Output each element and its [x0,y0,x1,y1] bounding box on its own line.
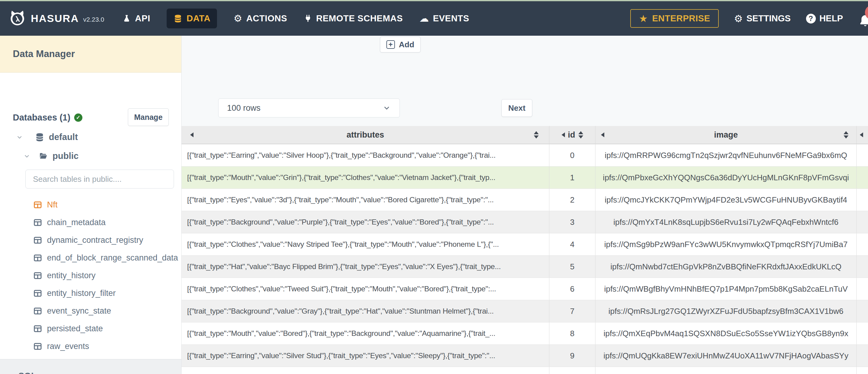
tree-node-database[interactable]: default [16,132,78,142]
cell-image: ipfs://QmXEqPbvM4aq1SQSXN8DSuEcSo5SseYW1… [595,322,857,344]
cell-attributes: [{"trait_type":"Hat","value":"Bayc Flipp… [182,256,549,278]
chevron-down-icon[interactable] [23,153,31,160]
chevron-down-icon[interactable] [16,134,23,141]
table-row: [{"trait_type":"Hat","value":"Bayc Flipp… [182,256,868,278]
table-icon [32,218,43,227]
cell-attributes: [{"trait_type":"Earring","value":"Silver… [182,345,549,367]
sidebar-table-item[interactable]: end_of_block_range_scanned_data [0,249,181,267]
sidebar-table-item[interactable]: entity_history_filter [0,284,181,302]
help-button[interactable]: ? HELP [806,13,843,24]
cell-image: ipfs://QmSg9bPzW9anFYc3wWU5KnvymwkxQTpmq… [595,233,857,255]
chevron-down-icon [382,104,391,112]
help-label: HELP [819,13,843,24]
cell-image: ipfs://QmPbxeGcXhYQQNgsC6a36dDyYUcHgMLnG… [595,166,857,189]
cell-id: 2 [549,189,595,211]
database-icon [35,132,44,142]
table-icon [32,289,43,298]
main-content: + Add 100 rows Next attributes id [182,36,868,374]
rows-per-page-select[interactable]: 100 rows [218,98,400,118]
settings-button[interactable]: ⚙ SETTINGS [734,13,791,24]
next-page-button[interactable]: Next [501,99,532,117]
cell-id: 5 [549,256,595,278]
cell-image: ipfs://QmRsJLrg27GQ1ZWyrXZFuJFdU5bapfzsy… [595,300,857,322]
manage-button[interactable]: Manage [128,108,169,126]
cell-attributes: [{"trait_type":"Eyes","value":"3d"},{"tr… [182,189,549,211]
sidebar-table-item[interactable]: chain_metadata [0,214,181,231]
top-navbar: HASURA v2.23.0 API DATA ⚙ ACTIONS REMOTE… [0,1,868,36]
nav-item[interactable]: ⚙ ACTIONS [234,8,287,28]
brand-block[interactable]: HASURA v2.23.0 [0,9,104,28]
cell-attributes: [{"trait_type":"Mouth","value":"Grin"},{… [182,166,549,189]
cell-attributes: [{"trait_type":"Mouth","value":"Bored"},… [182,322,549,344]
column-header-id[interactable]: id [549,126,595,144]
cell-attributes: [{"trait_type":"Clothes","value":"Navy S… [182,233,549,255]
nav-item[interactable]: API [122,8,150,28]
gear-icon: ⚙ [734,14,743,24]
column-header-partial[interactable] [857,126,868,144]
plus-square-icon: + [386,40,395,49]
star-icon: ★ [639,14,648,24]
cell-image: ipfs://QmUQgKka8EW7exiUHnMwZ4UoXA11wV7NF… [595,345,857,367]
cell-partial [857,211,868,233]
cell-attributes: [{"trait_type":"Clothes","value":"Tweed … [182,278,549,300]
table-row: [{"trait_type":"Mouth","value":"Bored"},… [182,322,868,345]
nav-item[interactable]: DATA [167,8,217,28]
sidebar-table-item[interactable]: raw_events [0,337,181,355]
sidebar-table-item[interactable]: event_sync_state [0,302,181,320]
table-name: chain_metadata [47,218,105,227]
plug-icon [304,14,312,23]
table-row: [{"trait_type":"Clothes","value":"Tweed … [182,278,868,300]
notifications-button[interactable]: 8 [858,9,868,28]
cell-partial [857,278,868,300]
navbar-right: ★ ENTERPRISE ⚙ SETTINGS ? HELP 8 [630,1,868,36]
collapse-column-icon[interactable] [601,132,604,137]
sql-section-link[interactable]: SQL [18,371,37,374]
question-icon: ? [806,14,816,24]
sidebar-table-item[interactable]: persisted_state [0,320,181,337]
cell-partial [857,256,868,278]
table-name: entity_history [47,271,96,280]
table-row: [{"trait_type":"Clothes","value":"Navy S… [182,233,868,256]
nav-item-label: DATA [186,13,210,24]
cell-id: 8 [549,322,595,344]
cell-partial [857,233,868,255]
nav-item[interactable]: REMOTE SCHEMAS [304,8,403,28]
table-name: dynamic_contract_registry [47,236,143,245]
table-row: [{"trait_type":"Earring","value":"Silver… [182,144,868,166]
table-row: [{"trait_type":"Background","value":"Gra… [182,300,868,322]
sidebar: Data Manager Databases (1) ✓ Manage defa… [0,36,182,374]
cell-image: ipfs://QmcJYkCKK7QPmYWjp4FD2e3Lv5WCGFuHN… [595,189,857,211]
collapse-column-icon[interactable] [860,132,863,137]
rows-table: attributes id image [{"trait_ [182,126,868,374]
nav-item[interactable]: ☁ EVENTS [420,8,469,28]
table-header-row: attributes id image [182,126,868,144]
brand-version: v2.23.0 [83,16,104,23]
schema-name: public [53,151,79,161]
column-header-attributes[interactable]: attributes [182,126,549,144]
cell-image: ipfs://QmWBgfBhyVmHNhBfEQ7p1P4Mpn7pm5b8K… [595,278,857,300]
cell-partial [857,189,868,211]
table-row: [{"trait_type":"Mouth","value":"Grin"},{… [182,166,868,189]
cell-id: 9 [549,345,595,367]
databases-label: Databases (1) ✓ [13,113,83,123]
sort-icon [534,131,539,138]
add-row-button[interactable]: + Add [380,37,421,53]
sidebar-table-item[interactable]: entity_history [0,267,181,284]
enterprise-button[interactable]: ★ ENTERPRISE [630,9,719,28]
table-icon [32,236,43,244]
search-tables-input[interactable] [25,169,174,189]
column-header-image[interactable]: image [595,126,857,144]
collapse-column-icon[interactable] [562,132,565,137]
tree-node-schema[interactable]: public [23,151,79,161]
sidebar-table-item[interactable]: dynamic_contract_registry [0,231,181,249]
sidebar-table-item[interactable]: Nft [0,196,181,214]
cell-id: 0 [549,144,595,166]
database-name: default [49,132,78,142]
folder-open-icon [38,152,48,161]
table-name: persisted_state [47,324,103,334]
cell-partial [857,345,868,367]
table-name: event_sync_state [47,306,111,316]
cloud-icon: ☁ [420,14,429,23]
collapse-column-icon[interactable] [190,132,193,137]
enterprise-label: ENTERPRISE [652,13,710,24]
